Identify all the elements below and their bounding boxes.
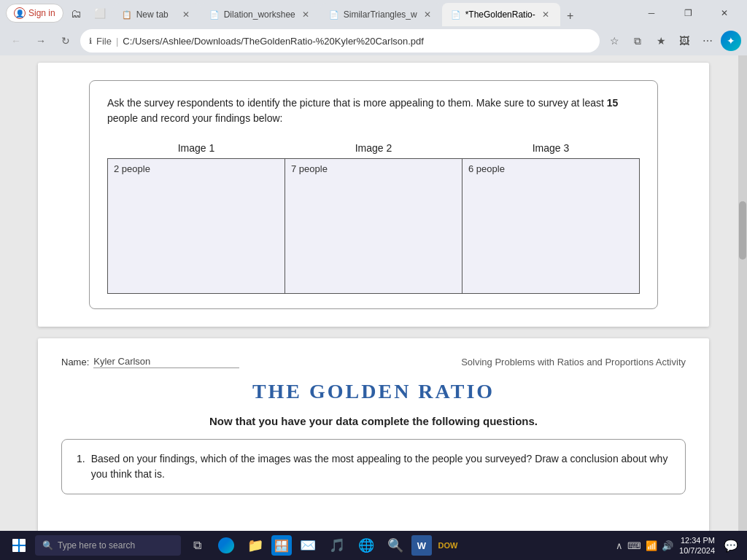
url-bar[interactable]: ℹ File | C:/Users/Ashlee/Downloads/TheGo… [80,29,600,52]
image-table: Image 1 Image 2 Image 3 2 people 7 peopl… [107,138,640,294]
taskbar-explorer[interactable]: 📁 [242,532,268,559]
refresh-button[interactable]: ↻ [55,31,76,51]
address-bar: ← → ↻ ℹ File | C:/Users/Ashlee/Downloads… [0,26,747,55]
tab-similar-close[interactable]: ✕ [422,9,433,20]
pdf-page-1: Ask the survey respondents to identify t… [38,63,709,327]
taskbar-dow[interactable]: DOW [435,532,461,559]
taskbar-search[interactable]: 🔍 Type here to search [35,535,181,556]
search-icon: 🔍 [42,540,53,551]
pdf-viewer: Ask the survey respondents to identify t… [0,55,747,531]
new-tab-button[interactable]: + [560,6,581,26]
taskbar-task-view[interactable]: ⧉ [184,532,210,559]
tab-dilation-close[interactable]: ✕ [300,9,311,20]
tab-new-tab-close[interactable]: ✕ [180,9,192,20]
user-icon: 👤 [14,7,26,19]
scrollbar-thumb[interactable] [739,201,746,260]
split-screen-icon[interactable]: ⬜ [90,3,110,23]
restore-button[interactable]: ❐ [671,1,705,25]
tab-golden-icon: 📄 [451,10,461,20]
back-button[interactable]: ← [6,31,26,51]
profile-icon[interactable]: 🗂 [66,3,87,23]
split-view-icon[interactable]: ⧉ [627,31,648,51]
taskbar-media[interactable]: 🎵 [324,532,350,559]
windows-icon [12,539,26,552]
name-line: Name: Kyler Carlson [61,356,239,368]
survey-min-number: 15 [607,97,619,109]
question-1: 1. Based on your findings, which of the … [77,451,670,482]
tab-new-tab-label: New tab [136,9,176,20]
pdf-container: Ask the survey respondents to identify t… [38,55,709,531]
favorites-icon[interactable]: ★ [651,31,671,51]
chevron-up-icon[interactable]: ∧ [616,540,623,551]
tab-golden-label: *TheGoldenRatio- [465,9,535,20]
title-bar: 👤 Sign in 🗂 ⬜ 📋 New tab ✕ 📄 Dilation_wor… [0,0,747,26]
clock-time: 12:34 PM [681,535,715,545]
tab-dilation-label: Dilation_workshee [224,9,295,20]
tab-golden-close[interactable]: ✕ [540,9,551,20]
collections-icon[interactable]: 🖼 [674,31,694,51]
image1-cell: 2 people [108,159,285,294]
pdf-page-2: Name: Kyler Carlson Solving Problems wit… [38,338,709,531]
notification-button[interactable]: 💬 [721,535,741,556]
question-box: 1. Based on your findings, which of the … [61,439,686,494]
name-value: Kyler Carlson [93,356,239,368]
star-icon[interactable]: ☆ [604,31,624,51]
image2-cell: 7 people [285,159,462,294]
minimize-button[interactable]: ─ [635,1,668,25]
close-button[interactable]: ✕ [708,1,741,25]
tab-dilation-icon: 📄 [209,10,220,20]
toolbar-icons: ☆ ⧉ ★ 🖼 ⋯ ✦ [604,31,741,51]
tab-new-tab[interactable]: 📋 New tab ✕ [113,3,201,26]
image1-header: Image 1 [108,138,285,159]
extensions-icon[interactable]: ⋯ [697,31,718,51]
scrollbar[interactable] [738,55,747,531]
url-separator: | [116,36,118,47]
tab-golden[interactable]: 📄 *TheGoldenRatio- ✕ [442,3,560,26]
taskbar-word[interactable]: W [411,535,432,556]
tab-new-tab-icon: 📋 [122,10,132,20]
clock-date: 10/7/2024 [679,545,715,556]
survey-box: Ask the survey respondents to identify t… [89,80,658,309]
edge-icon [218,537,234,553]
page2-header: Name: Kyler Carlson Solving Problems wit… [61,356,686,368]
taskbar-right: ∧ ⌨ 📶 🔊 12:34 PM 10/7/2024 💬 [616,535,741,556]
url-text: C:/Users/Ashlee/Downloads/TheGoldenRatio… [123,36,591,47]
forward-button[interactable]: → [31,31,51,51]
tab-dilation[interactable]: 📄 Dilation_workshee ✕ [201,3,320,26]
taskbar: 🔍 Type here to search ⧉ 📁 🪟 ✉️ 🎵 🌐 🔍 W D… [0,531,747,560]
wifi-icon[interactable]: 📶 [646,540,657,551]
image3-cell: 6 people [462,159,640,294]
activity-title: Solving Problems with Ratios and Proport… [461,357,686,368]
volume-icon[interactable]: 🔊 [662,540,673,551]
url-info-icon: ℹ [89,36,92,46]
tab-similar-icon: 📄 [329,10,339,20]
image2-header: Image 2 [285,138,462,159]
taskbar-search2[interactable]: 🔍 [382,532,409,559]
image3-header: Image 3 [462,138,640,159]
keyboard-icon[interactable]: ⌨ [627,540,641,551]
survey-instruction: Ask the survey respondents to identify t… [107,96,640,126]
golden-ratio-title: THE GOLDEN RATIO [61,380,686,403]
taskbar-store[interactable]: 🪟 [271,535,292,556]
tab-bar: 📋 New tab ✕ 📄 Dilation_workshee ✕ 📄 Simi… [113,0,632,26]
start-button[interactable] [6,532,32,559]
name-label: Name: [61,357,89,368]
file-label: File [96,36,112,47]
question-1-number: 1. [77,451,85,482]
tab-similar-label: SimilarTriangles_w [344,9,417,20]
taskbar-browser2[interactable]: 🌐 [353,532,379,559]
search-placeholder: Type here to search [58,540,135,551]
window-controls: ─ ❐ ✕ [635,1,741,25]
question-1-text: Based on your findings, which of the ima… [91,451,670,482]
edge-copilot-icon[interactable]: ✦ [721,31,741,51]
system-tray: ∧ ⌨ 📶 🔊 [616,540,673,551]
system-clock[interactable]: 12:34 PM 10/7/2024 [679,535,715,556]
taskbar-mail[interactable]: ✉️ [295,532,321,559]
data-complete-subtitle: Now that you have your data complete the… [61,415,686,427]
taskbar-edge[interactable] [213,532,239,559]
tab-similar[interactable]: 📄 SimilarTriangles_w ✕ [320,3,442,26]
sign-in-label: Sign in [28,8,55,18]
sign-in-button[interactable]: 👤 Sign in [6,4,63,23]
